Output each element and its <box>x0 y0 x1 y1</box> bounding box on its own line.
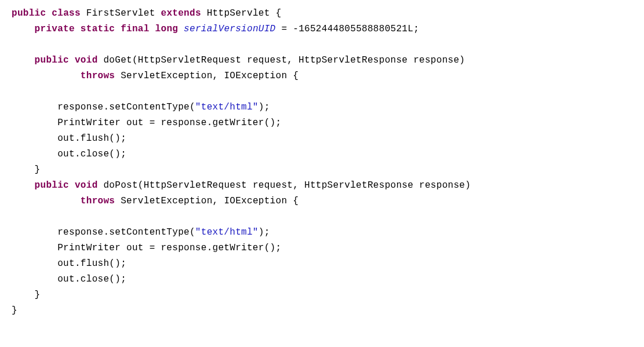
code-line: out.flush(); <box>12 133 126 144</box>
code-line: private static final long serialVersionU… <box>12 24 419 34</box>
keyword-final: final <box>121 24 150 34</box>
code-line: } <box>12 165 41 175</box>
code-block: public class FirstServlet extends HttpSe… <box>0 0 644 319</box>
code-text: response.setContentType( <box>57 102 195 112</box>
string-literal: "text/html" <box>195 227 259 238</box>
method-signature: doGet(HttpServletRequest request, HttpSe… <box>103 55 465 65</box>
code-line: response.setContentType("text/html"); <box>12 227 270 238</box>
code-text: out.close(); <box>57 274 126 284</box>
code-line: public class FirstServlet extends HttpSe… <box>12 8 281 19</box>
code-line: } <box>12 305 17 316</box>
method-signature: doPost(HttpServletRequest request, HttpS… <box>103 180 471 191</box>
code-line: PrintWriter out = response.getWriter(); <box>12 118 281 128</box>
keyword-long: long <box>155 24 179 34</box>
code-line: } <box>12 290 41 300</box>
keyword-public: public <box>12 8 46 19</box>
code-line: PrintWriter out = response.getWriter(); <box>12 243 281 253</box>
throws-list: ServletException, IOException { <box>115 196 299 206</box>
code-line: throws ServletException, IOException { <box>12 71 299 81</box>
code-line: public void doPost(HttpServletRequest re… <box>12 180 471 191</box>
keyword-extends: extends <box>161 8 201 19</box>
keyword-static: static <box>81 24 115 34</box>
code-text: } <box>35 165 41 175</box>
code-line: response.setContentType("text/html"); <box>12 102 270 112</box>
code-line: public void doGet(HttpServletRequest req… <box>12 55 465 65</box>
keyword-throws: throws <box>81 71 115 81</box>
code-text: response.setContentType( <box>57 227 195 238</box>
code-text: PrintWriter out = response.getWriter(); <box>57 118 281 128</box>
code-text: } <box>12 305 17 316</box>
keyword-void: void <box>75 180 98 191</box>
keyword-public: public <box>35 55 69 65</box>
code-line: out.flush(); <box>12 258 126 269</box>
string-literal: "text/html" <box>195 102 259 112</box>
field-value: = -1652444805588880521L; <box>276 24 420 34</box>
class-name: FirstServlet <box>86 8 155 19</box>
code-line: throws ServletException, IOException { <box>12 196 299 206</box>
keyword-throws: throws <box>81 196 115 206</box>
code-text: } <box>35 290 41 300</box>
superclass-name: HttpServlet { <box>207 8 282 19</box>
keyword-class: class <box>52 8 81 19</box>
code-text: PrintWriter out = response.getWriter(); <box>57 243 281 253</box>
code-text: out.flush(); <box>57 133 126 144</box>
keyword-void: void <box>75 55 98 65</box>
code-line: out.close(); <box>12 274 126 284</box>
keyword-public: public <box>35 180 69 191</box>
code-text: out.flush(); <box>57 258 126 269</box>
throws-list: ServletException, IOException { <box>115 71 299 81</box>
field-serialversionuid: serialVersionUID <box>184 24 275 34</box>
code-text: out.close(); <box>57 149 126 159</box>
keyword-private: private <box>35 24 75 34</box>
code-line: out.close(); <box>12 149 126 159</box>
